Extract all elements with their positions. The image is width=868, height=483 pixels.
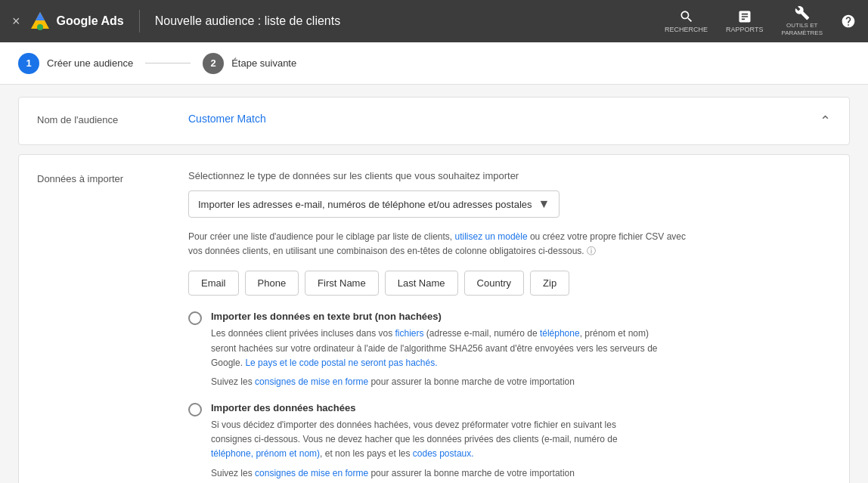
help-action[interactable] bbox=[841, 14, 856, 29]
app-header: × Google Ads Nouvelle audience : liste d… bbox=[0, 0, 868, 42]
field-tag-phone: Phone bbox=[245, 271, 299, 296]
field-tag-email: Email bbox=[188, 271, 239, 296]
reports-action[interactable]: RAPPORTS bbox=[726, 9, 763, 34]
radio-hashed-format-link-line: Suivez les consignes de mise en forme po… bbox=[211, 468, 618, 478]
no-hash-link[interactable]: Le pays et le code postal ne seront pas … bbox=[245, 358, 437, 368]
data-import-card: Données à importer Sélectionnez le type … bbox=[18, 154, 850, 483]
step-2: 2 Étape suivante bbox=[203, 53, 296, 74]
help-circle-icon[interactable]: ⓘ bbox=[587, 246, 596, 256]
audience-name-row: Nom de l'audience Customer Match ⌃ bbox=[19, 98, 849, 144]
tools-label: OUTILS ET PARAMÈTRES bbox=[781, 22, 823, 36]
radio-hashed-title: Importer des données hachées bbox=[211, 402, 618, 413]
step-2-label: Étape suivante bbox=[231, 57, 296, 69]
field-tags-container: Email Phone First Name Last Name Country… bbox=[188, 271, 831, 296]
header-divider bbox=[139, 10, 140, 33]
radio-plaintext-content: Importer les données en texte brut (non … bbox=[211, 311, 658, 387]
app-logo: Google Ads bbox=[29, 11, 124, 32]
dropdown-arrow-icon: ▼ bbox=[538, 197, 550, 211]
radio-plaintext-format-link-line: Suivez les consignes de mise en forme po… bbox=[211, 376, 658, 387]
tools-icon bbox=[795, 5, 810, 20]
info-text-before-link: Pour créer une liste d'audience pour le … bbox=[188, 231, 452, 242]
page-title: Nouvelle audience : liste de clients bbox=[155, 14, 656, 28]
radio-option-hashed: Importer des données hachées Si vous déc… bbox=[188, 402, 831, 478]
data-import-label: Données à importer bbox=[37, 170, 188, 184]
app-name-label: Google Ads bbox=[57, 14, 124, 28]
search-icon bbox=[679, 9, 694, 24]
radio-plaintext-title: Importer les données en texte brut (non … bbox=[211, 311, 658, 322]
data-import-description: Sélectionnez le type de données sur les … bbox=[188, 170, 831, 181]
telephone-link[interactable]: téléphone bbox=[540, 328, 580, 339]
search-action[interactable]: RECHERCHE bbox=[665, 9, 708, 34]
google-ads-icon bbox=[29, 11, 51, 32]
field-tag-lastname: Last Name bbox=[385, 271, 458, 296]
reports-icon bbox=[737, 9, 752, 24]
radio-hashed-desc: Si vous décidez d'importer des données h… bbox=[211, 418, 618, 462]
main-content: Nom de l'audience Customer Match ⌃ Donné… bbox=[0, 85, 868, 483]
collapse-button[interactable]: ⌃ bbox=[820, 113, 831, 129]
info-text-block: Pour créer une liste d'audience pour le … bbox=[188, 230, 702, 259]
tools-action[interactable]: OUTILS ET PARAMÈTRES bbox=[781, 5, 823, 36]
audience-name-value: Customer Match bbox=[188, 113, 811, 125]
radio-hashed-button[interactable] bbox=[188, 403, 202, 416]
close-button[interactable]: × bbox=[12, 14, 20, 29]
search-label: RECHERCHE bbox=[665, 26, 708, 34]
audience-name-card: Nom de l'audience Customer Match ⌃ bbox=[18, 97, 850, 145]
reports-label: RAPPORTS bbox=[726, 26, 763, 34]
audience-name-label: Nom de l'audience bbox=[37, 113, 188, 125]
dropdown-selected-value: Importer les adresses e-mail, numéros de… bbox=[198, 199, 532, 210]
data-import-content: Sélectionnez le type de données sur les … bbox=[188, 170, 831, 483]
field-tag-country: Country bbox=[464, 271, 525, 296]
hashed-postal-link[interactable]: codes postaux. bbox=[413, 448, 474, 459]
step-2-circle: 2 bbox=[203, 53, 224, 74]
format-guidelines-link-2[interactable]: consignes de mise en forme bbox=[255, 468, 368, 478]
data-type-dropdown[interactable]: Importer les adresses e-mail, numéros de… bbox=[188, 190, 560, 218]
data-import-row: Données à importer Sélectionnez le type … bbox=[19, 155, 849, 483]
step-1: 1 Créer une audience bbox=[18, 53, 133, 74]
radio-plaintext-desc: Les données client privées incluses dans… bbox=[211, 327, 658, 370]
radio-option-plaintext: Importer les données en texte brut (non … bbox=[188, 311, 831, 387]
hashed-private-link[interactable]: téléphone, prénom et nom) bbox=[211, 448, 320, 459]
help-icon bbox=[841, 14, 856, 29]
radio-plaintext-button[interactable] bbox=[188, 311, 202, 325]
svg-marker-1 bbox=[36, 12, 45, 20]
format-guidelines-link-1[interactable]: consignes de mise en forme bbox=[255, 376, 368, 387]
step-connector bbox=[145, 63, 191, 63]
step-1-circle: 1 bbox=[18, 53, 39, 74]
step-1-label: Créer une audience bbox=[47, 57, 133, 69]
field-tag-firstname: First Name bbox=[305, 271, 379, 296]
fichiers-link[interactable]: fichiers bbox=[395, 328, 423, 339]
stepper: 1 Créer une audience 2 Étape suivante bbox=[0, 42, 868, 85]
field-tag-zip: Zip bbox=[530, 271, 569, 296]
radio-hashed-content: Importer des données hachées Si vous déc… bbox=[211, 402, 618, 478]
use-template-link[interactable]: utilisez un modèle bbox=[455, 231, 528, 242]
svg-point-2 bbox=[37, 24, 43, 30]
header-actions: RECHERCHE RAPPORTS OUTILS ET PARAMÈTRES bbox=[665, 5, 856, 36]
